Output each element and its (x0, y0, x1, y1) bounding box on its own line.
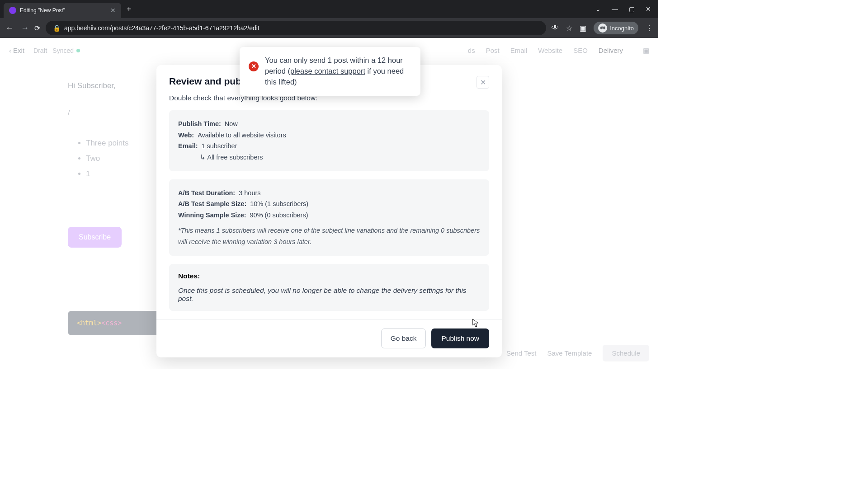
cursor-icon (472, 319, 479, 328)
modal-close-button[interactable]: ✕ (476, 76, 489, 89)
eye-off-icon[interactable]: 👁 (552, 24, 559, 32)
web-key: Web: (178, 130, 194, 141)
web-value: Available to all website visitors (198, 130, 286, 141)
back-button[interactable]: ← (5, 23, 14, 33)
email-value: 1 subscriber (202, 141, 237, 152)
go-back-button[interactable]: Go back (381, 328, 426, 348)
forward-button[interactable]: → (21, 23, 29, 33)
notes-text: Once this post is scheduled, you will no… (178, 286, 480, 303)
notes-title: Notes: (178, 272, 480, 280)
publish-time-value: Now (225, 118, 238, 130)
favicon (9, 7, 16, 14)
review-publish-modal: Review and publish ✕ Double check that e… (156, 65, 502, 357)
win-sample-key: Winning Sample Size: (178, 210, 246, 221)
bookmark-icon[interactable]: ☆ (566, 24, 572, 33)
close-window-icon[interactable]: ✕ (646, 5, 651, 13)
new-tab-button[interactable]: + (127, 5, 132, 14)
minimize-icon[interactable]: — (612, 5, 618, 13)
url-bar[interactable]: 🔒 app.beehiiv.com/posts/c24a3a77-2fe2-41… (46, 21, 546, 35)
toast-message: You can only send 1 post within a 12 hou… (265, 55, 411, 88)
ab-duration-key: A/B Test Duration: (178, 188, 235, 199)
contact-support-link[interactable]: please contact support (290, 67, 365, 75)
ab-duration-value: 3 hours (239, 188, 260, 199)
ab-sample-value: 10% (1 subscribers) (250, 198, 308, 210)
error-icon: ✕ (249, 61, 259, 71)
publish-info-block: Publish Time:Now Web:Available to all we… (169, 110, 489, 171)
tab-title: Editing "New Post" (20, 7, 107, 14)
incognito-icon: 🕶 (598, 23, 607, 33)
tab-close-icon[interactable]: ✕ (110, 7, 116, 14)
ab-test-block: A/B Test Duration:3 hours A/B Test Sampl… (169, 179, 489, 256)
menu-icon[interactable]: ⋮ (646, 24, 653, 33)
incognito-badge[interactable]: 🕶 Incognito (594, 22, 638, 34)
extensions-icon[interactable]: ▣ (580, 24, 586, 33)
reload-button[interactable]: ⟳ (34, 24, 40, 33)
email-sublist: ↳ All free subscribers (178, 152, 480, 163)
ab-sample-key: A/B Test Sample Size: (178, 198, 246, 210)
browser-tab-bar: Editing "New Post" ✕ + ⌄ — ▢ ✕ (0, 0, 658, 18)
notes-block: Notes: Once this post is scheduled, you … (169, 264, 489, 311)
chevron-down-icon[interactable]: ⌄ (595, 5, 601, 13)
error-toast: ✕ You can only send 1 post within a 12 h… (240, 47, 420, 96)
email-key: Email: (178, 141, 198, 152)
url-text: app.beehiiv.com/posts/c24a3a77-2fe2-415b… (64, 24, 259, 32)
maximize-icon[interactable]: ▢ (629, 5, 635, 13)
window-controls: ⌄ — ▢ ✕ (595, 5, 658, 13)
publish-time-key: Publish Time: (178, 118, 221, 130)
browser-tab[interactable]: Editing "New Post" ✕ (4, 3, 121, 18)
publish-now-button[interactable]: Publish now (431, 328, 489, 348)
ab-note: *This means 1 subscribers will receive o… (178, 225, 480, 247)
win-sample-value: 90% (0 subscribers) (250, 210, 308, 221)
lock-icon: 🔒 (53, 24, 61, 32)
browser-toolbar: ← → ⟳ 🔒 app.beehiiv.com/posts/c24a3a77-2… (0, 18, 658, 38)
